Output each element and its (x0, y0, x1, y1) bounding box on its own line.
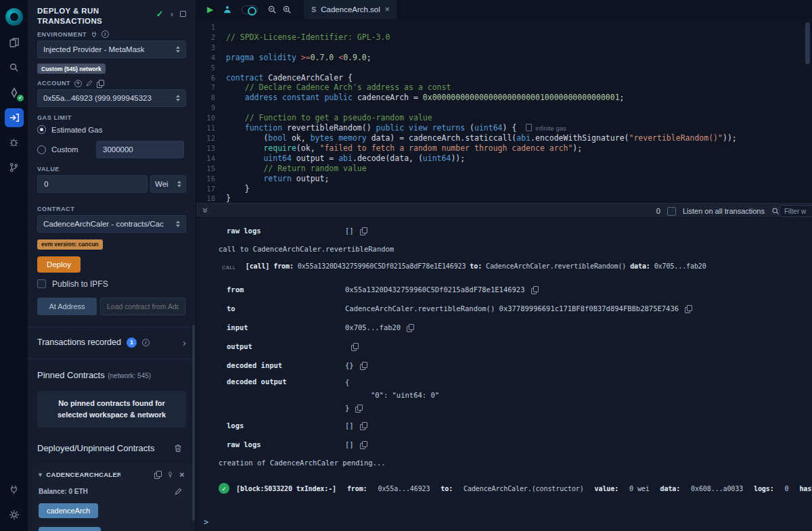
code-token: CadenceArchCaler { (268, 73, 353, 83)
code-text: function revertibleRandom() public view … (226, 123, 566, 133)
value-unit-select[interactable]: Wei (150, 175, 186, 193)
transactions-info-icon[interactable]: i (142, 339, 150, 346)
close-tab-icon[interactable]: × (385, 5, 390, 14)
fn-button-cadencearch[interactable]: cadenceArch (39, 503, 98, 518)
sidebar-item-plugin-manager[interactable] (0, 477, 28, 502)
code-text: require(ok, "failed to fetch a random nu… (226, 143, 582, 154)
copy-icon[interactable] (531, 286, 538, 294)
sidebar-item-debugger[interactable] (0, 130, 28, 155)
accessibility-person-icon[interactable] (223, 5, 232, 14)
copy-icon[interactable] (407, 324, 413, 331)
environment-select[interactable]: Injected Provider - MetaMask (37, 41, 186, 58)
terminal[interactable]: raw logs[]call to CadenceArchCaler.rever… (196, 218, 812, 531)
copy-address-icon[interactable] (154, 471, 161, 478)
expand-terminal-icon[interactable]: » (200, 208, 211, 213)
sidebar-item-file-explorer[interactable] (0, 30, 28, 55)
value-input[interactable] (37, 175, 148, 193)
line-number: 6 (196, 73, 226, 83)
code-token: uint64 (263, 154, 292, 163)
editor-scrollbar[interactable] (805, 22, 810, 64)
listen-checkbox[interactable] (667, 207, 676, 216)
log-key: raw logs (227, 227, 345, 235)
transactions-recorded-row[interactable]: Transactions recorded 1 i › (37, 327, 186, 359)
chevron-right-icon[interactable]: › (171, 9, 173, 19)
copy-icon[interactable] (360, 441, 367, 448)
pinned-empty-message: No pinned contracts found for selected w… (37, 391, 186, 428)
log-value: {} (345, 361, 354, 369)
copy-icon[interactable] (351, 343, 358, 350)
remix-logo-icon (5, 8, 23, 26)
deploy-run-icon (5, 108, 24, 127)
log-text: value: (595, 485, 619, 492)
sidebar-item-solidity-compiler[interactable]: ✓ (0, 80, 28, 105)
remix-logo[interactable] (0, 4, 28, 30)
trash-icon[interactable] (174, 444, 186, 453)
gas-custom-input[interactable] (96, 141, 184, 158)
code-line: 16 return output; (196, 174, 812, 184)
deployed-contract-name[interactable]: CADENCEARCHCALER AT 0) (46, 471, 120, 478)
sidebar-item-deploy-run[interactable] (0, 105, 28, 130)
run-script-icon[interactable]: ▶ (207, 5, 213, 14)
edit-balance-icon[interactable] (175, 488, 185, 495)
at-address-input[interactable] (100, 298, 185, 315)
code-text: // SPDX-License-Identifier: GPL-3.0 (226, 32, 390, 43)
code-token (226, 174, 263, 183)
line-number: 16 (196, 174, 226, 184)
pin-panel-icon[interactable] (180, 11, 186, 17)
code-token: .encodeWithSignature( (531, 133, 629, 143)
terminal-kv-row: logs[] (196, 416, 812, 435)
gas-custom-radio[interactable]: Custom (37, 141, 186, 158)
log-key: logs (227, 421, 345, 430)
plug-environment-icon[interactable] (91, 31, 97, 38)
sidebar-item-search[interactable] (0, 55, 28, 80)
copy-icon[interactable] (360, 362, 367, 369)
terminal-filter-input[interactable] (780, 205, 812, 217)
code-editor[interactable]: 12// SPDX-License-Identifier: GPL-3.034p… (196, 19, 812, 203)
terminal-prompt[interactable]: > (204, 517, 208, 527)
log-text: [block:5033220 txIndex:-] (236, 485, 336, 492)
sign-message-icon[interactable] (86, 80, 93, 87)
terminal-call-row[interactable]: call[call] from: 0x55a1320D432759960C5Df… (196, 262, 812, 271)
code-token: } (226, 184, 250, 193)
code-text: address constant public cadenceArch = 0x… (226, 93, 625, 103)
zoom-out-icon[interactable] (267, 5, 277, 14)
deploy-button[interactable]: Deploy (37, 256, 81, 273)
account-select[interactable]: 0x55a...46923 (999.999945323 (37, 89, 186, 107)
chevron-right-icon[interactable]: › (183, 337, 186, 348)
add-account-icon[interactable]: + (74, 80, 82, 87)
fn-button-revertiblerandom[interactable]: revertibleRa... (39, 527, 101, 531)
code-line: 9 (196, 103, 812, 113)
copy-account-icon[interactable] (97, 80, 104, 87)
code-token: 0.7.0 (311, 53, 334, 62)
code-token: // Declare Cadence Arch's address as a c… (245, 83, 451, 92)
sidebar-item-git[interactable] (0, 155, 28, 180)
copy-icon[interactable] (685, 305, 692, 313)
preview-toggle[interactable] (242, 5, 258, 14)
line-number: 1 (196, 22, 226, 32)
code-line: 3 (196, 43, 812, 53)
chevron-down-icon[interactable]: ▾ (39, 471, 42, 478)
terminal-search-icon[interactable] (771, 207, 780, 215)
terminal-success-row[interactable]: ✓[block:5033220 txIndex:-] from: 0x55a..… (196, 483, 812, 494)
gas-estimated-radio[interactable]: Estimated Gas (37, 125, 186, 134)
close-icon[interactable]: × (179, 469, 185, 480)
tab-cadencearch-sol[interactable]: S CadenceArch.sol × (304, 0, 398, 19)
code-token: (ok, (296, 143, 320, 153)
code-token: ; (620, 93, 625, 102)
copy-icon[interactable] (360, 227, 367, 235)
pinned-contracts-network: (network: 545) (108, 372, 151, 379)
copy-icon[interactable] (360, 422, 367, 430)
zoom-in-icon[interactable] (282, 5, 292, 14)
contract-select[interactable]: CadenceArchCaler - contracts/Cac (37, 215, 186, 233)
publish-ipfs-checkbox[interactable]: Publish to IPFS (37, 279, 186, 289)
at-address-button[interactable]: At Address (37, 298, 97, 315)
sidebar-item-settings[interactable] (0, 502, 28, 527)
sidebar-scrollbar[interactable] (192, 325, 195, 521)
pin-contract-icon[interactable] (166, 471, 174, 478)
environment-info-icon[interactable]: i (102, 30, 109, 38)
value-label: VALUE (37, 166, 60, 172)
log-text: } (345, 402, 349, 415)
transactions-count-badge: 1 (127, 338, 137, 348)
code-token: // SPDX-License-Identifier: GPL-3.0 (226, 32, 390, 42)
copy-icon[interactable] (355, 405, 362, 412)
